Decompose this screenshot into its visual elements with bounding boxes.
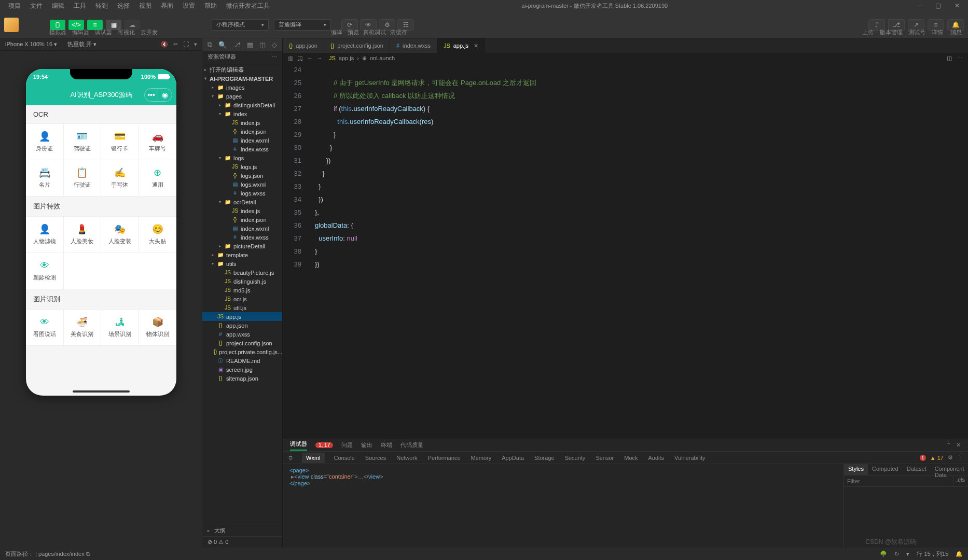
tree-file[interactable]: ⓘREADME.md — [202, 356, 282, 365]
tree-file[interactable]: {}app.json — [202, 321, 282, 330]
tree-file[interactable]: {}index.json — [202, 127, 282, 136]
menu-goto[interactable]: 转到 — [91, 1, 112, 11]
feature-cell[interactable]: 👤身份证 — [26, 124, 64, 160]
branch-icon[interactable]: ⎇ — [233, 41, 241, 49]
tree-folder[interactable]: ▾📁pages — [202, 92, 282, 101]
breadcrumb-fn[interactable]: onLaunch — [370, 55, 395, 61]
editor-tab[interactable]: #index.wxss — [390, 38, 437, 53]
dom-tree[interactable]: <page> ▸<view class="container">…</view>… — [283, 464, 843, 548]
sb-tree-icon[interactable]: 🌳 — [880, 551, 887, 557]
tree-file[interactable]: JSmd5.js — [202, 286, 282, 295]
dt-close-icon[interactable]: ✕ — [956, 442, 961, 449]
code-area[interactable]: 24252627282930313233343536373839 // 由于 g… — [283, 63, 968, 439]
dt2-network[interactable]: Network — [395, 453, 418, 463]
dt2-performance[interactable]: Performance — [427, 453, 462, 463]
tree-file[interactable]: {}logs.json — [202, 171, 282, 180]
tab-list-icon[interactable]: ▥ — [288, 55, 293, 62]
feature-cell[interactable]: 🏞场景识别 — [101, 310, 139, 346]
dt-inspect-icon[interactable]: ⯐ — [288, 455, 294, 461]
tree-folder[interactable]: ▸📁template — [202, 250, 282, 259]
editor-tab[interactable]: {}project.config.json — [324, 38, 390, 53]
feature-cell[interactable]: 👤人物滤镜 — [26, 217, 64, 253]
styles-tab[interactable]: Styles — [844, 464, 868, 475]
page-path[interactable]: pages/index/index — [38, 551, 85, 557]
warning-count[interactable]: ▲ 17 — [930, 455, 944, 461]
tree-file[interactable]: {}index.json — [202, 215, 282, 224]
dt2-sources[interactable]: Sources — [364, 453, 387, 463]
sb-refresh-icon[interactable]: ↻ — [894, 551, 899, 557]
tree-file[interactable]: {}project.private.config.js... — [202, 347, 282, 356]
compile-dropdown[interactable]: 普通编译▾ — [274, 19, 331, 31]
more-icon[interactable]: ▾ — [194, 41, 197, 48]
cursor-position[interactable]: 行 15，列15 — [917, 550, 948, 558]
dataset-tab[interactable]: Dataset — [903, 464, 931, 475]
tree-file[interactable]: JSlogs.js — [202, 162, 282, 171]
dt2-vulnerability[interactable]: Vulnerability — [673, 453, 707, 463]
dt-tab-debugger[interactable]: 调试器 — [290, 440, 307, 451]
cut-icon[interactable]: ✂ — [173, 41, 178, 48]
breadcrumb-file[interactable]: app.js — [339, 55, 354, 61]
feature-cell[interactable]: 👁看图说话 — [26, 310, 64, 346]
search-icon[interactable]: 🔍 — [218, 41, 227, 49]
editor-tab[interactable]: {}app.json — [283, 38, 324, 53]
feature-cell[interactable]: 🪪驾驶证 — [64, 124, 102, 160]
feature-cell[interactable]: 📋行驶证 — [64, 160, 102, 197]
open-editors[interactable]: ▸打开的编辑器 — [202, 65, 282, 74]
nav-fwd-icon[interactable]: → — [317, 55, 323, 62]
feature-cell[interactable]: 📇名片 — [26, 160, 64, 197]
feature-cell[interactable]: ⊕通用 — [139, 160, 177, 197]
tree-file[interactable]: #index.wxss — [202, 233, 282, 242]
feature-cell[interactable]: 🍜美食识别 — [64, 310, 102, 346]
dt-tab-quality[interactable]: 代码质量 — [400, 441, 423, 449]
dt2-memory[interactable]: Memory — [470, 453, 493, 463]
tree-file[interactable]: JSapp.js — [202, 312, 282, 321]
tree-file[interactable]: ▤index.wxml — [202, 224, 282, 233]
feature-cell[interactable]: 😊大头贴 — [139, 217, 177, 253]
tree-file[interactable]: JSindex.js — [202, 118, 282, 127]
dt-more-icon[interactable]: ⋮ — [957, 454, 963, 461]
outline-header[interactable]: ▸ 大纲 — [202, 525, 282, 536]
dt2-console[interactable]: Console — [333, 453, 356, 463]
tree-file[interactable]: ▤logs.wxml — [202, 180, 282, 189]
computed-tab[interactable]: Computed — [868, 464, 903, 475]
minimize-button[interactable]: ─ — [915, 2, 924, 9]
capsule-menu[interactable]: ••• — [145, 89, 158, 101]
error-count[interactable]: 1 — [920, 455, 926, 461]
mode-dropdown[interactable]: 小程序模式▾ — [212, 19, 269, 31]
dt-collapse-icon[interactable]: ⌃ — [946, 442, 951, 449]
tree-file[interactable]: ▣screen.jpg — [202, 365, 282, 374]
menu-file[interactable]: 文件 — [26, 1, 47, 11]
tree-folder[interactable]: ▾📁logs — [202, 153, 282, 162]
tree-file[interactable]: #logs.wxss — [202, 189, 282, 198]
avatar[interactable] — [4, 18, 19, 32]
menu-view[interactable]: 视图 — [135, 1, 156, 11]
close-button[interactable]: ✕ — [952, 2, 962, 9]
feature-cell[interactable]: 💄人脸美妆 — [64, 217, 102, 253]
menu-edit[interactable]: 编辑 — [48, 1, 68, 11]
dt2-appdata[interactable]: AppData — [501, 453, 525, 463]
tree-folder[interactable]: ▾📁ocrDetail — [202, 198, 282, 206]
tree-folder[interactable]: ▾📁utils — [202, 259, 282, 268]
capsule-close[interactable]: ◉ — [158, 89, 172, 101]
feature-cell[interactable]: 🎭人脸变装 — [101, 217, 139, 253]
tree-file[interactable]: {}sitemap.json — [202, 374, 282, 383]
dt2-security[interactable]: Security — [564, 453, 587, 463]
tree-file[interactable]: JSdistinguish.js — [202, 277, 282, 286]
device-selector[interactable]: iPhone X 100% 16 ▾ — [5, 41, 57, 48]
feature-cell[interactable]: 🚗车牌号 — [139, 124, 177, 160]
feature-cell[interactable]: 👁颜龄检测 — [26, 253, 64, 289]
tree-file[interactable]: #index.wxss — [202, 145, 282, 153]
ext-icon[interactable]: ▦ — [247, 41, 253, 49]
menu-tools[interactable]: 工具 — [70, 1, 90, 11]
cls-button[interactable]: .cls — [953, 475, 969, 486]
tree-file[interactable]: JSocr.js — [202, 295, 282, 303]
star-icon[interactable]: ◇ — [272, 41, 277, 49]
tree-file[interactable]: JSbeautyPicture.js — [202, 268, 282, 277]
editor-tab[interactable]: JSapp.js✕ — [437, 38, 485, 53]
tree-file[interactable]: JSutil.js — [202, 303, 282, 312]
menu-wxdev[interactable]: 微信开发者工具 — [222, 1, 274, 11]
dt2-sensor[interactable]: Sensor — [594, 453, 615, 463]
dt2-wxml[interactable]: Wxml — [302, 453, 325, 463]
close-icon[interactable]: ✕ — [474, 43, 478, 49]
menu-help[interactable]: 帮助 — [200, 1, 221, 11]
